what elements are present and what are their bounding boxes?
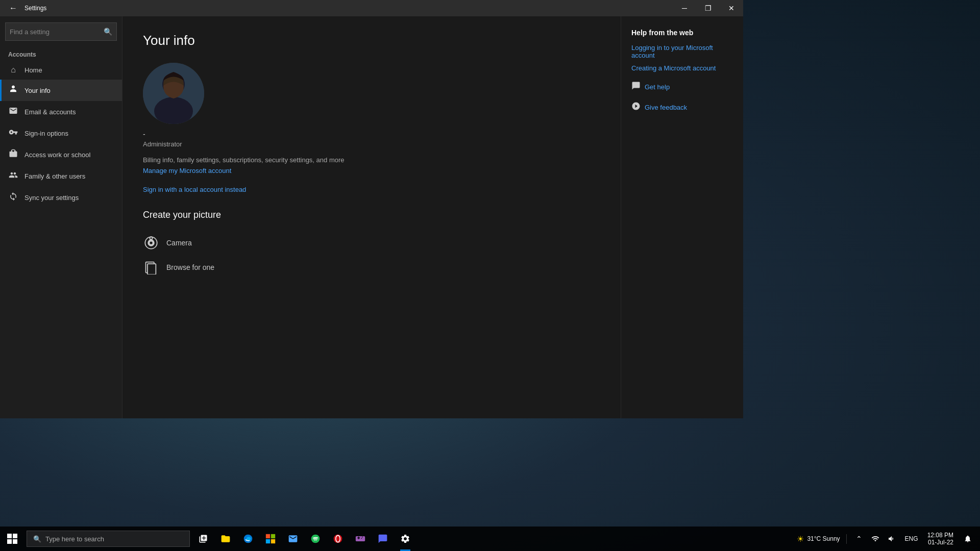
sidebar-item-access-work[interactable]: Access work or school [0,144,122,165]
taskbar-settings[interactable] [394,527,416,551]
taskbar-spotify[interactable] [304,527,327,551]
svg-rect-12 [13,539,17,544]
email-icon [8,106,18,117]
taskbar-right: ☀ 31°C Sunny ⌃ ENG 12:08 PM 01-Jul-22 [791,531,980,547]
sidebar-item-email-label: Email & accounts [24,108,76,116]
taskbar-mail[interactable] [282,527,304,551]
help-link-0[interactable]: Logging in to your Microsoft account [631,44,733,59]
sidebar-item-signin-label: Sign-in options [24,130,68,137]
sidebar-item-family-label: Family & other users [24,172,85,180]
search-box[interactable]: 🔍 [5,22,117,41]
network-icon[interactable] [867,531,884,547]
chevron-up-icon[interactable]: ⌃ [851,531,867,547]
svg-rect-10 [13,534,17,538]
feedback-icon [631,102,641,113]
weather-widget[interactable]: ☀ 31°C Sunny [791,534,846,544]
give-feedback-action[interactable]: Give feedback [631,102,733,113]
help-panel: Help from the web Logging in to your Mic… [621,16,743,418]
close-button[interactable]: ✕ [720,0,743,16]
taskbar-pinned [192,527,416,551]
user-dash: - [143,130,600,138]
taskbar-edge[interactable] [237,527,259,551]
sidebar: 🔍 Accounts ⌂ Home Your info [0,16,122,418]
get-help-action[interactable]: Get help [631,81,733,92]
camera-option[interactable]: Camera [143,231,600,255]
svg-point-5 [150,241,153,245]
start-button[interactable] [0,527,24,551]
svg-rect-15 [271,534,275,538]
search-input[interactable] [10,28,104,36]
user-avatar [143,63,204,124]
svg-rect-9 [7,534,12,538]
window-controls: ─ ❐ ✕ [673,0,743,16]
sidebar-item-home[interactable]: ⌂ Home [0,60,122,80]
svg-rect-8 [148,264,156,274]
get-help-icon [631,81,641,92]
maximize-button[interactable]: ❐ [696,0,720,16]
create-picture-title: Create your picture [143,210,600,220]
sidebar-item-family[interactable]: Family & other users [0,165,122,187]
page-title: Your info [143,33,600,48]
sidebar-item-sign-in[interactable]: Sign-in options [0,122,122,144]
title-bar-left: ← Settings [6,1,46,15]
user-role: Administrator [143,140,600,148]
title-bar: ← Settings ─ ❐ ✕ [0,0,743,16]
camera-label: Camera [166,239,192,247]
sidebar-item-home-label: Home [24,66,42,74]
sync-icon [8,192,18,203]
briefcase-icon [8,149,18,160]
key-icon [8,128,18,139]
billing-info: Billing info, family settings, subscript… [143,156,600,164]
taskbar-chat[interactable] [372,527,394,551]
weather-icon: ☀ [797,534,804,544]
taskbar: 🔍 Type here to search [0,527,980,551]
sidebar-section-label: Accounts [0,47,122,60]
svg-rect-17 [271,539,275,543]
settings-window: ← Settings ─ ❐ ✕ 🔍 Accounts ⌂ Home [0,0,743,418]
sidebar-item-your-info-label: Your info [24,87,51,94]
svg-rect-11 [7,539,12,544]
sidebar-item-email-accounts[interactable]: Email & accounts [0,101,122,122]
taskbar-opera[interactable] [327,527,349,551]
taskbar-clock[interactable]: 12:08 PM 01-Jul-22 [923,532,958,546]
window-title: Settings [24,5,46,12]
give-feedback-label: Give feedback [645,104,687,111]
language-indicator[interactable]: ENG [902,535,921,542]
taskbar-time: 12:08 PM [927,532,953,539]
help-link-1[interactable]: Creating a Microsoft account [631,64,733,72]
local-sign-in-link[interactable]: Sign in with a local account instead [143,186,246,193]
sidebar-item-sync[interactable]: Sync your settings [0,187,122,208]
camera-icon [143,235,159,251]
family-icon [8,170,18,182]
get-help-label: Get help [645,83,670,91]
taskbar-task-view[interactable] [192,527,214,551]
sidebar-item-sync-label: Sync your settings [24,194,79,202]
manage-account-link[interactable]: Manage my Microsoft account [143,167,600,174]
taskbar-game[interactable] [349,527,372,551]
home-icon: ⌂ [8,65,18,74]
taskbar-file-explorer[interactable] [214,527,237,551]
svg-point-6 [145,237,157,248]
taskbar-search[interactable]: 🔍 Type here to search [27,531,190,547]
taskbar-store[interactable] [259,527,282,551]
sidebar-item-access-label: Access work or school [24,151,90,159]
notification-bell[interactable] [960,531,976,547]
search-icon[interactable]: 🔍 [104,28,112,36]
back-button[interactable]: ← [6,1,20,15]
main-content: Your info - Administrator Billing info, … [122,16,621,418]
person-icon [8,85,18,96]
svg-rect-14 [266,534,270,538]
minimize-button[interactable]: ─ [673,0,696,16]
notification-area: ⌃ [851,531,900,547]
taskbar-search-placeholder: Type here to search [45,535,104,543]
weather-text: 31°C Sunny [807,535,840,542]
sidebar-item-your-info[interactable]: Your info [0,80,122,101]
browse-icon [143,259,159,276]
browse-option[interactable]: Browse for one [143,255,600,280]
volume-icon[interactable] [884,531,900,547]
browse-label: Browse for one [166,263,214,271]
window-body: 🔍 Accounts ⌂ Home Your info [0,16,743,418]
svg-rect-16 [266,539,270,543]
taskbar-search-icon: 🔍 [33,535,41,543]
help-title: Help from the web [631,29,733,37]
